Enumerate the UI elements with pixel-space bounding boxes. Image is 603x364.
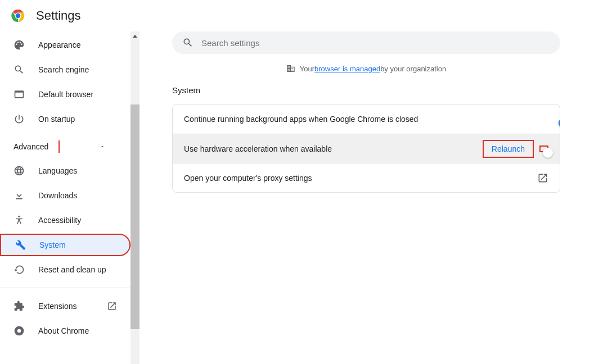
row-background-apps: Continue running background apps when Go… <box>173 104 560 134</box>
page-title: System <box>172 85 560 95</box>
sidebar-item-on-startup[interactable]: On startup <box>0 108 130 130</box>
sidebar-item-search-engine[interactable]: Search engine <box>0 58 130 81</box>
scrollbar-up-icon[interactable] <box>130 31 140 40</box>
section-label: Advanced <box>14 142 48 151</box>
row-label: Open your computer's proxy settings <box>184 174 532 183</box>
search-input[interactable] <box>201 38 550 48</box>
sidebar-item-label: System <box>39 240 66 249</box>
open-external-icon <box>537 172 548 184</box>
managed-prefix: Your <box>300 65 314 73</box>
chrome-logo-icon <box>11 9 36 22</box>
main-content: Your browser is managed by your organiza… <box>140 31 603 364</box>
svg-point-2 <box>16 13 20 18</box>
row-label: Use hardware acceleration when available <box>184 144 483 153</box>
managed-link[interactable]: browser is managed <box>314 65 380 73</box>
sidebar-item-appearance[interactable]: Appearance <box>0 34 130 56</box>
svg-point-4 <box>18 216 20 217</box>
sidebar-item-extensions[interactable]: Extensions <box>0 295 130 317</box>
svg-point-6 <box>17 329 21 333</box>
sidebar-item-downloads[interactable]: Downloads <box>0 184 130 207</box>
sidebar-item-label: Default browser <box>38 90 93 99</box>
sidebar-item-label: On startup <box>38 115 75 124</box>
open-external-icon <box>107 301 117 311</box>
restore-icon <box>14 264 25 275</box>
divider <box>0 288 130 288</box>
sidebar-item-reset[interactable]: Reset and clean up <box>0 258 130 281</box>
managed-suffix: by your organization <box>380 65 446 73</box>
building-icon <box>286 64 295 73</box>
sidebar-item-label: Reset and clean up <box>38 265 106 274</box>
relaunch-button[interactable]: Relaunch <box>483 140 534 158</box>
search-settings[interactable] <box>172 31 560 54</box>
sidebar-section-advanced[interactable]: Advanced <box>0 135 130 157</box>
sidebar-item-label: Downloads <box>38 191 77 200</box>
search-icon <box>14 64 25 75</box>
globe-icon <box>14 165 25 176</box>
search-icon <box>182 37 194 48</box>
chrome-small-icon <box>14 325 25 336</box>
download-icon <box>14 190 25 201</box>
extension-icon <box>14 301 25 312</box>
row-proxy-settings[interactable]: Open your computer's proxy settings <box>173 163 560 192</box>
wrench-icon <box>15 239 26 251</box>
row-label: Continue running background apps when Go… <box>184 115 548 124</box>
toggle-hardware-acceleration[interactable] <box>539 145 548 152</box>
sidebar-item-system[interactable]: System <box>0 234 130 256</box>
sidebar-item-about[interactable]: About Chrome <box>0 320 130 342</box>
chevron-up-icon <box>99 143 106 150</box>
accessibility-icon <box>14 215 25 226</box>
sidebar-item-label: Search engine <box>38 65 89 74</box>
sidebar-item-label: Appearance <box>38 40 81 49</box>
sidebar-item-label: Accessibility <box>38 216 81 225</box>
row-hardware-acceleration: Use hardware acceleration when available… <box>173 134 560 163</box>
sidebar-item-accessibility[interactable]: Accessibility <box>0 209 130 231</box>
section-indicator <box>58 140 60 153</box>
sidebar-item-label: Extensions <box>38 302 76 311</box>
header: Settings <box>0 0 603 31</box>
sidebar-item-label: Languages <box>38 166 77 175</box>
scrollbar-thumb[interactable] <box>130 104 140 329</box>
sidebar-item-default-browser[interactable]: Default browser <box>0 83 130 106</box>
sidebar: Appearance Search engine Default browser… <box>0 31 140 364</box>
browser-icon <box>14 89 25 100</box>
sidebar-item-label: About Chrome <box>38 326 89 335</box>
scrollbar-track[interactable] <box>130 31 140 364</box>
settings-card: Continue running background apps when Go… <box>172 104 560 193</box>
page-header-title: Settings <box>36 8 81 23</box>
power-icon <box>14 113 25 125</box>
managed-banner: Your browser is managed by your organiza… <box>172 64 560 73</box>
sidebar-item-languages[interactable]: Languages <box>0 160 130 182</box>
palette-icon <box>14 39 25 51</box>
